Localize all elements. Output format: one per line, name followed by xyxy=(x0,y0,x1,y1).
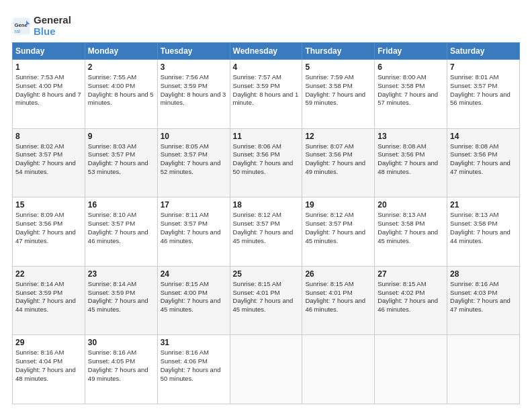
day-cell: 12 Sunrise: 8:07 AMSunset: 3:56 PMDaylig… xyxy=(302,128,375,197)
day-cell: 6 Sunrise: 8:00 AMSunset: 3:58 PMDayligh… xyxy=(375,60,447,129)
day-cell: 3 Sunrise: 7:56 AMSunset: 3:59 PMDayligh… xyxy=(157,60,230,129)
calendar-header-row: SundayMondayTuesdayWednesdayThursdayFrid… xyxy=(13,43,520,60)
svg-text:Gene: Gene xyxy=(15,22,28,28)
day-number: 17 xyxy=(161,200,227,210)
day-cell: 10 Sunrise: 8:05 AMSunset: 3:57 PMDaylig… xyxy=(157,128,230,197)
day-number: 16 xyxy=(88,200,154,210)
day-cell: 13 Sunrise: 8:08 AMSunset: 3:56 PMDaylig… xyxy=(375,128,447,197)
week-row-5: 29 Sunrise: 8:16 AMSunset: 4:04 PMDaylig… xyxy=(13,335,520,404)
day-info: Sunrise: 8:07 AMSunset: 3:56 PMDaylight:… xyxy=(305,142,365,175)
day-number: 12 xyxy=(305,132,371,141)
day-info: Sunrise: 8:15 AMSunset: 4:01 PMDaylight:… xyxy=(305,280,365,313)
column-header-saturday: Saturday xyxy=(447,43,520,60)
week-row-2: 8 Sunrise: 8:02 AMSunset: 3:57 PMDayligh… xyxy=(13,128,520,197)
day-info: Sunrise: 8:15 AMSunset: 4:02 PMDaylight:… xyxy=(378,280,438,313)
day-cell: 23 Sunrise: 8:14 AMSunset: 3:59 PMDaylig… xyxy=(85,266,157,335)
svg-text:ral: ral xyxy=(15,28,21,34)
page: Gene ral General Blue SundayMondayTuesda… xyxy=(0,0,532,411)
day-cell: 16 Sunrise: 8:10 AMSunset: 3:57 PMDaylig… xyxy=(85,197,157,267)
column-header-tuesday: Tuesday xyxy=(157,43,230,60)
day-number: 20 xyxy=(378,200,444,210)
day-number: 25 xyxy=(233,269,300,279)
day-info: Sunrise: 8:08 AMSunset: 3:56 PMDaylight:… xyxy=(378,142,438,175)
day-cell: 11 Sunrise: 8:06 AMSunset: 3:56 PMDaylig… xyxy=(230,128,302,197)
logo: Gene ral General Blue xyxy=(12,15,71,37)
day-info: Sunrise: 8:16 AMSunset: 4:04 PMDaylight:… xyxy=(15,349,76,381)
day-cell: 7 Sunrise: 8:01 AMSunset: 3:57 PMDayligh… xyxy=(447,60,520,129)
day-cell: 22 Sunrise: 8:14 AMSunset: 3:59 PMDaylig… xyxy=(13,266,85,335)
day-info: Sunrise: 7:57 AMSunset: 3:59 PMDaylight:… xyxy=(233,73,299,106)
day-info: Sunrise: 8:16 AMSunset: 4:05 PMDaylight:… xyxy=(88,349,148,381)
day-info: Sunrise: 8:00 AMSunset: 3:58 PMDaylight:… xyxy=(378,73,438,106)
day-cell: 9 Sunrise: 8:03 AMSunset: 3:57 PMDayligh… xyxy=(85,128,157,197)
day-cell: 28 Sunrise: 8:16 AMSunset: 4:03 PMDaylig… xyxy=(447,266,520,335)
day-number: 15 xyxy=(15,200,82,210)
logo-text: General Blue xyxy=(34,15,71,37)
day-number: 28 xyxy=(450,269,517,279)
day-info: Sunrise: 8:12 AMSunset: 3:57 PMDaylight:… xyxy=(233,211,294,244)
day-number: 14 xyxy=(450,132,517,141)
day-number: 22 xyxy=(15,269,82,279)
day-cell: 18 Sunrise: 8:12 AMSunset: 3:57 PMDaylig… xyxy=(230,197,302,267)
day-cell: 24 Sunrise: 8:15 AMSunset: 4:00 PMDaylig… xyxy=(157,266,230,335)
day-cell: 1 Sunrise: 7:53 AMSunset: 4:00 PMDayligh… xyxy=(13,60,85,129)
day-cell xyxy=(375,335,447,404)
day-number: 30 xyxy=(88,338,154,347)
day-info: Sunrise: 8:09 AMSunset: 3:56 PMDaylight:… xyxy=(15,211,76,244)
day-cell: 27 Sunrise: 8:15 AMSunset: 4:02 PMDaylig… xyxy=(375,266,447,335)
day-info: Sunrise: 8:16 AMSunset: 4:06 PMDaylight:… xyxy=(161,349,221,381)
day-number: 10 xyxy=(161,132,227,141)
day-cell: 8 Sunrise: 8:02 AMSunset: 3:57 PMDayligh… xyxy=(13,128,85,197)
day-info: Sunrise: 8:01 AMSunset: 3:57 PMDaylight:… xyxy=(450,73,511,106)
day-cell: 21 Sunrise: 8:13 AMSunset: 3:58 PMDaylig… xyxy=(447,197,520,267)
day-cell xyxy=(447,335,520,404)
day-cell: 31 Sunrise: 8:16 AMSunset: 4:06 PMDaylig… xyxy=(157,335,230,404)
day-number: 13 xyxy=(378,132,444,141)
day-number: 1 xyxy=(15,62,82,72)
day-cell: 15 Sunrise: 8:09 AMSunset: 3:56 PMDaylig… xyxy=(13,197,85,267)
day-number: 6 xyxy=(378,62,444,72)
day-cell: 19 Sunrise: 8:12 AMSunset: 3:57 PMDaylig… xyxy=(302,197,375,267)
day-info: Sunrise: 7:56 AMSunset: 3:59 PMDaylight:… xyxy=(161,73,226,106)
day-cell: 17 Sunrise: 8:11 AMSunset: 3:57 PMDaylig… xyxy=(157,197,230,267)
column-header-wednesday: Wednesday xyxy=(230,43,302,60)
day-cell: 4 Sunrise: 7:57 AMSunset: 3:59 PMDayligh… xyxy=(230,60,302,129)
header: Gene ral General Blue xyxy=(12,12,520,37)
calendar-table: SundayMondayTuesdayWednesdayThursdayFrid… xyxy=(12,42,520,404)
day-cell: 29 Sunrise: 8:16 AMSunset: 4:04 PMDaylig… xyxy=(13,335,85,404)
day-number: 21 xyxy=(450,200,517,210)
day-info: Sunrise: 8:15 AMSunset: 4:01 PMDaylight:… xyxy=(233,280,294,313)
day-info: Sunrise: 8:16 AMSunset: 4:03 PMDaylight:… xyxy=(450,280,511,313)
day-info: Sunrise: 8:13 AMSunset: 3:58 PMDaylight:… xyxy=(450,211,511,244)
day-number: 18 xyxy=(233,200,300,210)
day-cell: 5 Sunrise: 7:59 AMSunset: 3:58 PMDayligh… xyxy=(302,60,375,129)
day-number: 11 xyxy=(233,132,300,141)
day-number: 7 xyxy=(450,62,517,72)
day-info: Sunrise: 7:55 AMSunset: 4:00 PMDaylight:… xyxy=(88,73,154,106)
column-header-thursday: Thursday xyxy=(302,43,375,60)
day-cell: 25 Sunrise: 8:15 AMSunset: 4:01 PMDaylig… xyxy=(230,266,302,335)
day-cell: 20 Sunrise: 8:13 AMSunset: 3:58 PMDaylig… xyxy=(375,197,447,267)
day-info: Sunrise: 8:03 AMSunset: 3:57 PMDaylight:… xyxy=(88,142,148,175)
day-number: 29 xyxy=(15,338,82,347)
day-info: Sunrise: 8:02 AMSunset: 3:57 PMDaylight:… xyxy=(15,142,76,175)
day-info: Sunrise: 8:06 AMSunset: 3:56 PMDaylight:… xyxy=(233,142,294,175)
day-number: 19 xyxy=(305,200,371,210)
day-number: 24 xyxy=(161,269,227,279)
day-info: Sunrise: 8:08 AMSunset: 3:56 PMDaylight:… xyxy=(450,142,511,175)
day-cell xyxy=(230,335,302,404)
day-info: Sunrise: 7:59 AMSunset: 3:58 PMDaylight:… xyxy=(305,73,365,106)
day-info: Sunrise: 8:12 AMSunset: 3:57 PMDaylight:… xyxy=(305,211,365,244)
week-row-3: 15 Sunrise: 8:09 AMSunset: 3:56 PMDaylig… xyxy=(13,197,520,267)
day-cell: 30 Sunrise: 8:16 AMSunset: 4:05 PMDaylig… xyxy=(85,335,157,404)
column-header-monday: Monday xyxy=(85,43,157,60)
column-header-sunday: Sunday xyxy=(13,43,85,60)
day-number: 31 xyxy=(161,338,227,347)
day-info: Sunrise: 8:14 AMSunset: 3:59 PMDaylight:… xyxy=(15,280,76,313)
day-cell: 14 Sunrise: 8:08 AMSunset: 3:56 PMDaylig… xyxy=(447,128,520,197)
day-number: 3 xyxy=(161,62,227,72)
day-number: 2 xyxy=(88,62,154,72)
day-info: Sunrise: 8:11 AMSunset: 3:57 PMDaylight:… xyxy=(161,211,221,244)
day-number: 23 xyxy=(88,269,154,279)
day-number: 4 xyxy=(233,62,300,72)
